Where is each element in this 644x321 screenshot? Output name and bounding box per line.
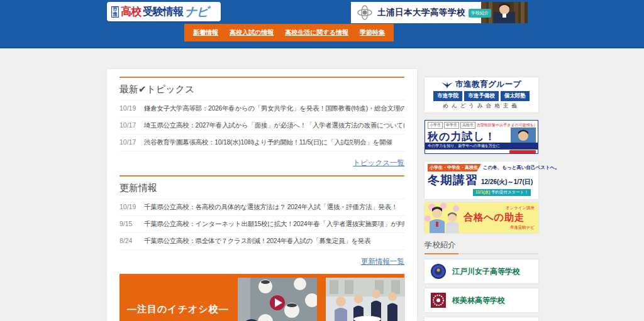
autumn-detail-button[interactable] — [509, 150, 536, 153]
updates-more-link[interactable]: 更新情報一覧 — [361, 258, 404, 265]
logo-text-red: 高校 — [121, 4, 141, 19]
students-photo — [326, 278, 405, 321]
online-course-banner[interactable]: オンライン講座 合格への助走 市進受験ナビ — [425, 202, 538, 233]
news-date: 10/17 — [119, 121, 138, 129]
ichishin-bird-icon — [441, 81, 453, 89]
group-slogan: めんどうみ合格主義 — [428, 102, 535, 110]
winter-note-text: 予約受付スタート！ — [491, 190, 528, 194]
news-text: 鎌倉女子大学高等部：2026年春からの「男女共学化」を発表！国際教養(特進)・総… — [144, 104, 404, 113]
ichishin-group-banner[interactable]: 市進教育グループ 市進学院 市進予備校 個太郎塾 めんどうみ合格主義 — [425, 77, 538, 112]
ad-school-badge: 学校紹介 — [469, 9, 491, 18]
updates-row[interactable]: 8/24 千葉県公立高校：県全体で７クラス削減！2024年春入試の「募集定員」を… — [119, 233, 404, 250]
autumn-test-banner[interactable]: 小学生 中学生 高校生 志望校対策やお子さまの可能性を広げる！ 秋の力試し！ 今… — [425, 120, 538, 154]
online-course-sub: 市進受験ナビ — [464, 225, 535, 231]
main-nav: 新着情報 高校入試の情報 高校生活に関する情報 季節特集 — [184, 24, 394, 41]
news-text: 千葉県公立高校：各高校の具体的な選抜方法は？ 2024年入試「選抜・評価方法」発… — [144, 203, 397, 212]
winter-lead-text: この冬、もっと高い自己ベストへ。 — [483, 165, 560, 171]
site-header: 市進 高校 受験情報 ナビ 土浦日本大学高等学校 学校紹介 — [0, 0, 644, 48]
page: 市進 高校 受験情報 ナビ 土浦日本大学高等学校 学校紹介 — [0, 0, 644, 321]
topics-row[interactable]: 10/17 埼玉県公立高校：2027年春入試から「面接」が必須へ！「入学者選抜方… — [119, 117, 404, 134]
featured-item-edogawa[interactable]: 特集「江戸川女子高校」 — [326, 278, 405, 321]
topics-row[interactable]: 10/19 鎌倉女子大学高等部：2026年春からの「男女共学化」を発表！国際教養… — [119, 100, 404, 117]
updates-row[interactable]: 9/15 千葉県公立高校：インターネット出願15校に拡大！2024年春「入学者選… — [119, 216, 404, 233]
online-course-title: 合格への助走 — [464, 211, 535, 224]
topics-title: 最新✔トピックス — [119, 84, 404, 95]
autumn-tag-high: 高校生 — [460, 122, 475, 129]
group-title: 市進教育グループ — [455, 79, 521, 90]
school-link-edogawa[interactable]: 江戸川女子高等学校 — [425, 259, 538, 283]
winter-audience-badge: 小学生・中学生・高校生 — [428, 164, 481, 171]
winter-note-date: 11/1(水) — [475, 190, 490, 194]
news-date: 9/15 — [119, 220, 138, 227]
online-course-lead: オンライン講座 — [464, 205, 535, 211]
autumn-tag-elementary: 小学生 — [428, 122, 443, 129]
featured-movie-thumbnail[interactable] — [238, 278, 317, 321]
sidebar: 市進教育グループ 市進学院 市進予備校 個太郎塾 めんどうみ合格主義 小学生 中… — [425, 77, 538, 321]
winter-course-banner[interactable]: 小学生・中学生・高校生 この冬、もっと高い自己ベストへ。 冬期講習 12/26(… — [425, 161, 538, 199]
updates-title: 更新情報 — [119, 182, 404, 194]
news-date: 10/19 — [119, 203, 138, 210]
group-button-yobiko[interactable]: 市進予備校 — [464, 91, 499, 101]
winter-reservation-note: 11/1(水) 予約受付スタート！ — [473, 189, 531, 196]
autumn-tag-junior: 中学生 — [444, 122, 459, 129]
winter-dates: 12/26(火)～1/7(日) — [481, 178, 533, 187]
obirin-crest-icon — [431, 293, 446, 308]
news-date: 8/24 — [119, 237, 138, 244]
news-text: 渋谷教育学園幕張高校：10/18(水)10時より予約開始！11/5(日)に「入試… — [144, 138, 392, 147]
featured-schools-banner: ―注目のイチオシ校― 桜美林 — [119, 274, 404, 321]
logo-text-navi: ナビ — [185, 4, 208, 20]
news-text: 千葉県公立高校：インターネット出願15校に拡大！2024年春「入学者選抜実施要項… — [144, 220, 404, 229]
nav-item-seasonal[interactable]: 季節特集 — [360, 28, 385, 37]
news-date: 10/17 — [119, 138, 138, 146]
school-link-obirin[interactable]: 桜美林高等学校 — [425, 288, 538, 312]
updates-row[interactable]: 10/19 千葉県公立高校：各高校の具体的な選抜方法は？ 2024年入試「選抜・… — [119, 199, 404, 216]
school-crest-icon — [357, 5, 372, 20]
updates-section: 更新情報 10/19 千葉県公立高校：各高校の具体的な選抜方法は？ 2024年入… — [119, 175, 404, 266]
logo-ichishin-mark: 市進 — [111, 6, 119, 18]
cafeteria-aerial-photo — [238, 278, 317, 321]
news-date: 10/19 — [119, 104, 138, 112]
topics-section: 最新✔トピックス 10/19 鎌倉女子大学高等部：2026年春からの「男女共学化… — [119, 77, 404, 168]
site-logo[interactable]: 市進 高校 受験情報 ナビ — [107, 2, 221, 21]
school-link-kokugakuin[interactable]: 国学院高等学校 — [425, 317, 538, 321]
featured-banner-title: ―注目のイチオシ校― — [127, 303, 229, 315]
featured-item-obirin-movie[interactable]: 桜美林高校「校舎MOVIE」 — [238, 278, 317, 321]
topics-row[interactable]: 10/17 渋谷教育学園幕張高校：10/18(水)10時より予約開始！11/5(… — [119, 134, 404, 151]
topics-more-link[interactable]: トピックス一覧 — [353, 159, 404, 166]
news-text: 千葉県公立高校：県全体で７クラス削減！2024年春入試の「募集定員」を発表 — [144, 237, 370, 246]
ad-school-name: 土浦日本大学高等学校 — [377, 7, 465, 18]
nav-item-admissions[interactable]: 高校入試の情報 — [230, 28, 274, 37]
group-button-gakuin[interactable]: 市進学院 — [433, 91, 462, 101]
group-button-kotaro[interactable]: 個太郎塾 — [501, 91, 530, 101]
nav-item-school-life[interactable]: 高校生活に関する情報 — [285, 28, 348, 37]
main-content: 最新✔トピックス 10/19 鎌倉女子大学高等部：2026年春からの「男女共学化… — [107, 69, 417, 321]
featured-photo-thumbnail[interactable] — [326, 278, 405, 321]
schools-section-title: 学校紹介 — [425, 240, 538, 251]
schools-title-rule — [425, 253, 538, 254]
school-name: 桜美林高等学校 — [452, 295, 505, 306]
winter-banner-title: 冬期講習 — [428, 172, 478, 188]
news-text: 埼玉県公立高校：2027年春入試から「面接」が必須へ！「入学者選抜方法の改善につ… — [144, 121, 404, 130]
edogawa-crest-icon — [431, 264, 446, 279]
logo-text-blue: 受験情報 — [143, 4, 183, 19]
school-name: 江戸川女子高等学校 — [452, 266, 520, 277]
nav-item-new[interactable]: 新着情報 — [193, 28, 218, 37]
students-illustration — [425, 202, 464, 233]
autumn-sub-text: 今の学力を知り、新学年への準備を万全に — [425, 143, 538, 150]
school-ad-banner[interactable]: 土浦日本大学高等学校 学校紹介 — [351, 2, 528, 23]
